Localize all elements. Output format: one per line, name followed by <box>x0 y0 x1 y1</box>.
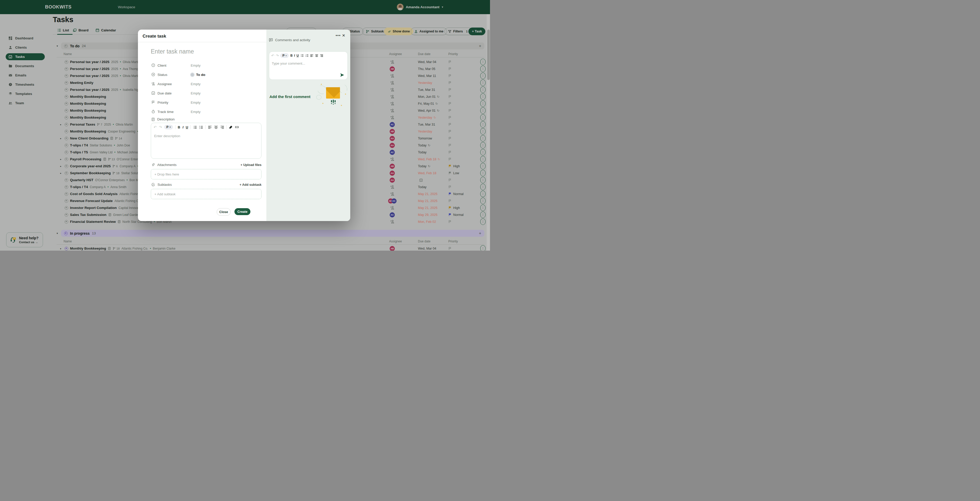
undo-icon[interactable]: ↶ <box>154 125 157 129</box>
field-label: Status <box>158 73 167 77</box>
app-root: BOOKWITS Workspace Amanda Accountant ▾ D… <box>0 0 490 251</box>
align-right-icon[interactable] <box>320 54 323 57</box>
add-subtask-button[interactable]: + Add subtask <box>240 183 261 186</box>
add-subtask-zone[interactable]: + Add subtask <box>151 189 261 199</box>
italic-button[interactable]: I <box>294 54 295 57</box>
align-left-icon[interactable] <box>208 126 212 129</box>
close-button[interactable]: Close <box>217 208 231 216</box>
align-left-icon[interactable] <box>310 54 313 57</box>
numbered-list-icon[interactable]: 123 <box>199 126 203 129</box>
field-label: Due date <box>158 91 172 95</box>
field-due-date[interactable]: Due date Empty <box>138 90 261 97</box>
bullet-list-icon[interactable] <box>193 126 197 129</box>
field-label: Priority <box>158 100 168 105</box>
field-value[interactable]: Empty <box>191 110 200 114</box>
status-icon <box>151 73 155 76</box>
field-status[interactable]: Status To do <box>138 71 261 78</box>
subtask-check-icon <box>151 183 155 186</box>
field-track-time[interactable]: Track time Empty <box>138 108 261 116</box>
more-options-icon[interactable]: ••• <box>336 33 341 38</box>
field-value[interactable]: Empty <box>191 100 200 105</box>
due-date-icon <box>151 91 155 95</box>
comments-panel: Comments and activity ↶ ↷ P˅ B I U 123 T… <box>266 30 350 221</box>
attachments-label: Attachments <box>157 163 177 167</box>
field-label: Assignee <box>158 82 172 86</box>
description-label: Description <box>157 117 175 121</box>
priority-icon <box>151 100 155 104</box>
comments-header: Comments and activity <box>269 38 310 42</box>
modal-title: Create task <box>143 34 166 39</box>
field-value[interactable]: Empty <box>191 82 200 86</box>
svg-text:3: 3 <box>305 56 306 57</box>
attachments-row: Attachments + Upload files <box>151 163 261 167</box>
task-name-input[interactable]: Enter task name <box>151 48 254 55</box>
comment-icon <box>269 38 273 42</box>
field-assignee[interactable]: Assignee Empty <box>138 81 261 88</box>
subtasks-label: Subtasks <box>158 183 172 186</box>
align-center-icon[interactable] <box>214 126 218 129</box>
envelope-illustration: ✦ ✦ ✦ ✦ <box>317 83 348 107</box>
divider <box>138 42 266 42</box>
redo-icon[interactable]: ↷ <box>159 125 162 129</box>
underline-button[interactable]: U <box>186 125 188 129</box>
underline-button[interactable]: U <box>296 54 299 57</box>
paragraph-style-dropdown[interactable]: P˅ <box>164 125 173 129</box>
italic-button[interactable]: I <box>183 125 183 129</box>
description-label-row: Description <box>151 117 175 121</box>
description-input[interactable]: Enter description <box>151 130 261 142</box>
redo-icon[interactable]: ↷ <box>276 54 279 58</box>
info-icon <box>151 63 155 67</box>
subtasks-row: Subtasks + Add subtask <box>151 183 261 186</box>
field-value[interactable]: Empty <box>191 91 200 95</box>
close-icon[interactable]: ✕ <box>342 33 345 38</box>
send-icon <box>340 73 344 77</box>
undo-icon[interactable]: ↶ <box>271 54 274 58</box>
upload-files-button[interactable]: + Upload files <box>240 163 261 167</box>
paperclip-icon <box>151 163 155 167</box>
envelope-icon <box>326 87 340 99</box>
description-editor[interactable]: ↶ ↷ P˅ B I U 123 Enter description <box>151 123 261 159</box>
comment-input[interactable]: Type your comment... <box>269 59 347 68</box>
highlight-pen-icon[interactable] <box>229 125 233 129</box>
comment-toolbar: ↶ ↷ P˅ B I U 123 <box>269 52 347 59</box>
comments-title: Comments and activity <box>275 38 310 42</box>
drop-files-zone[interactable]: + Drop files here <box>151 169 261 179</box>
field-value[interactable]: Empty <box>191 64 200 67</box>
link-icon[interactable] <box>235 125 239 129</box>
empty-comments-text: Add the first comment <box>269 94 310 99</box>
field-label: Client <box>158 64 167 67</box>
description-icon <box>151 118 155 121</box>
bold-button[interactable]: B <box>178 125 180 129</box>
assignee-icon <box>151 82 155 86</box>
create-button[interactable]: Create <box>234 208 250 215</box>
send-comment-button[interactable] <box>340 73 344 77</box>
create-task-modal: Create task ••• ✕ Enter task name Client… <box>138 30 350 221</box>
field-priority[interactable]: Priority Empty <box>138 99 261 106</box>
field-label: Track time <box>158 110 174 114</box>
numbered-list-icon[interactable]: 123 <box>305 54 309 57</box>
todo-dot-icon <box>191 73 194 76</box>
svg-text:3: 3 <box>199 128 200 129</box>
track-time-icon <box>151 110 155 113</box>
field-client[interactable]: Client Empty <box>138 62 261 69</box>
bullet-list-icon[interactable] <box>300 54 304 57</box>
align-center-icon[interactable] <box>315 54 318 57</box>
comment-editor[interactable]: ↶ ↷ P˅ B I U 123 Type your comment... <box>269 51 348 80</box>
paragraph-style-dropdown[interactable]: P˅ <box>280 53 289 58</box>
align-right-icon[interactable] <box>220 126 224 129</box>
bold-button[interactable]: B <box>290 54 293 57</box>
field-value[interactable]: To do <box>191 73 205 77</box>
editor-toolbar: ↶ ↷ P˅ B I U 123 <box>151 123 261 130</box>
